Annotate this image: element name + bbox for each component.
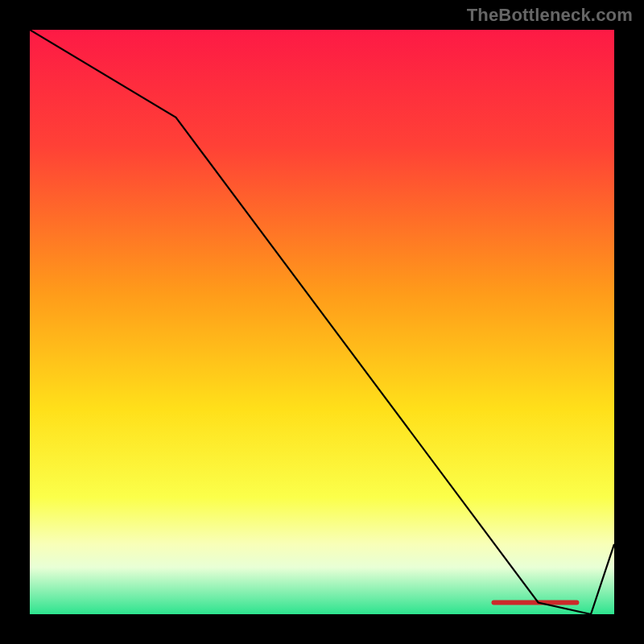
chart-frame: TheBottleneck.com (0, 0, 644, 644)
watermark-text: TheBottleneck.com (467, 5, 633, 26)
plot-background (30, 30, 614, 614)
optimal-band (492, 601, 580, 605)
plot-area (30, 30, 614, 614)
chart-svg (30, 30, 614, 614)
